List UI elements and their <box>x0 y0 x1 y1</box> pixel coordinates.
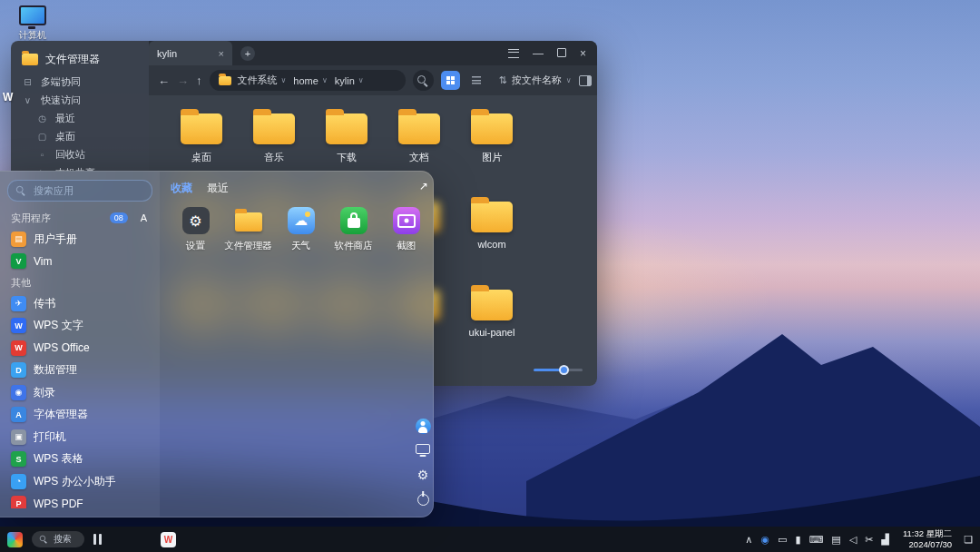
sidebar-item-recent[interactable]: ◷ 最近 <box>11 109 149 127</box>
task-view-icon[interactable] <box>93 534 96 545</box>
breadcrumb-file-system[interactable]: 文件系统 ∨ <box>238 74 287 87</box>
folder-desktop[interactable]: 桌面 <box>181 104 222 164</box>
back-button[interactable]: ← <box>158 74 170 87</box>
section-other[interactable]: 其他 <box>7 272 152 292</box>
power-button[interactable] <box>415 491 431 508</box>
tab-close-icon[interactable]: × <box>219 48 224 59</box>
favorite-settings[interactable]: 设置 <box>182 207 210 252</box>
tab-recent[interactable]: 最近 <box>207 181 229 196</box>
folder-wlcom[interactable]: wlcom <box>471 192 513 250</box>
tray-security-icon[interactable]: ◉ <box>760 535 769 545</box>
computer-icon-label: 计算机 <box>19 29 46 42</box>
breadcrumb-kylin[interactable]: kylin ∨ <box>335 75 364 86</box>
chevron-down-icon[interactable]: ∨ <box>322 76 328 84</box>
favorite-app-label: 设置 <box>186 240 205 252</box>
tray-network-icon[interactable]: ▟ <box>881 535 888 545</box>
app-wps-office[interactable]: W WPS Office <box>7 337 152 360</box>
folder-label: 图片 <box>482 151 502 164</box>
app-printer[interactable]: ▣ 打印机 <box>7 426 152 448</box>
minimize-button[interactable]: — <box>533 48 544 59</box>
details-panel-icon <box>579 75 592 86</box>
zoom-slider[interactable] <box>534 364 583 375</box>
sidebar-item-quick-access[interactable]: ∨ 快速访问 <box>11 91 149 109</box>
favorite-screenshot[interactable]: 截图 <box>393 207 420 252</box>
folder-music[interactable]: 音乐 <box>253 104 295 164</box>
folder-downloads[interactable]: 下载 <box>326 104 368 164</box>
folder-pictures[interactable]: 图片 <box>471 104 513 164</box>
taskbar-wps[interactable]: W <box>161 532 176 547</box>
favorite-file-manager[interactable]: 文件管理器 <box>224 207 272 252</box>
folder-ukui-panel[interactable]: ukui-panel <box>469 281 515 338</box>
app-vim[interactable]: V Vim <box>7 251 152 273</box>
tray-battery-icon[interactable]: ▮ <box>795 535 800 545</box>
zoom-slider-track[interactable] <box>534 369 583 371</box>
app-data-manager[interactable]: D 数据管理 <box>7 360 152 382</box>
sidebar-item-label: 快速访问 <box>41 94 81 107</box>
search-button[interactable] <box>413 70 434 91</box>
taskbar-search[interactable]: 搜索 <box>32 531 84 547</box>
tray-display-icon[interactable]: ▭ <box>778 535 787 545</box>
grid-view-button[interactable] <box>441 71 460 90</box>
close-button[interactable]: × <box>580 48 586 59</box>
search-input[interactable] <box>32 184 144 197</box>
favorite-weather[interactable]: 天气 <box>288 207 315 252</box>
folder-label: ukui-panel <box>469 327 515 338</box>
breadcrumb-home[interactable]: home ∨ <box>293 75 327 86</box>
tray-expand-icon[interactable]: ∧ <box>745 535 752 545</box>
app-label: WPS 文字 <box>34 318 83 333</box>
details-panel-button[interactable] <box>579 75 592 86</box>
app-wps-sheets[interactable]: S WPS 表格 <box>7 448 152 471</box>
favorite-app-label: 软件商店 <box>335 240 373 252</box>
tab-favorites[interactable]: 收藏 <box>171 181 192 196</box>
list-view-button[interactable] <box>467 71 486 90</box>
tab-kylin[interactable]: kylin × <box>149 41 232 65</box>
start-menu-search[interactable] <box>7 180 152 202</box>
maximize-button[interactable] <box>557 48 566 59</box>
chevron-down-icon[interactable]: ∨ <box>281 76 287 84</box>
app-wps-pdf[interactable]: P WPS PDF <box>7 493 152 509</box>
forward-button[interactable]: → <box>177 74 189 87</box>
user-avatar-button[interactable] <box>415 418 431 434</box>
computer-button[interactable] <box>415 442 431 458</box>
app-user-manual[interactable]: ▤ 用户手册 <box>7 228 152 251</box>
start-menu-button[interactable] <box>7 532 23 547</box>
app-icon: V <box>11 253 26 269</box>
tray-screenshot-icon[interactable]: ✂ <box>865 535 873 545</box>
app-wps-assistant[interactable]: ◔ WPS 办公小助手 <box>7 470 152 493</box>
sidebar-item-multi-device[interactable]: ⊟ 多端协同 <box>11 73 149 91</box>
taskbar-clock[interactable]: 11:32 星期二 2024/07/30 <box>903 528 952 551</box>
app-label: Vim <box>34 255 52 268</box>
section-utilities[interactable]: 实用程序 08 A <box>7 208 152 228</box>
folder-icon <box>471 290 513 320</box>
zoom-slider-knob[interactable] <box>559 365 569 375</box>
chevron-down-icon[interactable]: ∨ <box>358 76 364 84</box>
app-font-manager[interactable]: A 字体管理器 <box>7 404 152 427</box>
settings-button[interactable] <box>415 467 431 483</box>
folder-documents[interactable]: 文档 <box>398 104 440 164</box>
app-chuanshu[interactable]: ✈ 传书 <box>7 292 152 315</box>
list-view-icon <box>472 76 481 84</box>
letter-index[interactable]: A <box>141 212 147 223</box>
notification-center-icon[interactable]: ❏ <box>964 534 973 546</box>
breadcrumb[interactable]: 文件系统 ∨ home ∨ kylin ∨ <box>210 70 406 91</box>
new-tab-button[interactable]: + <box>240 46 255 61</box>
tray-keyboard-icon[interactable]: ⌨ <box>808 535 823 545</box>
computer-desktop-icon[interactable]: 计算机 <box>9 5 56 42</box>
app-burner[interactable]: ◉ 刻录 <box>7 381 152 404</box>
up-button[interactable]: ↑ <box>196 74 202 87</box>
sidebar-item-desktop[interactable]: ▢ 桌面 <box>11 127 149 145</box>
favorite-app-store[interactable]: 软件商店 <box>335 207 373 252</box>
folder-icon <box>471 202 513 232</box>
app-icon: ◉ <box>11 385 26 400</box>
app-label: 实用程序 <box>11 212 51 225</box>
tray-volume-icon[interactable]: ◁ <box>849 535 857 545</box>
window-menu-icon[interactable] <box>508 49 519 58</box>
clock-time: 11:32 星期二 <box>903 528 952 539</box>
folder-icon <box>326 113 368 144</box>
app-wps-writer[interactable]: W WPS 文字 <box>7 315 152 338</box>
sidebar-item-trash[interactable]: ▫ 回收站 <box>11 145 149 163</box>
window-title-bar[interactable]: kylin × + — × <box>149 41 597 65</box>
tray-input-method-icon[interactable]: ▤ <box>831 535 840 545</box>
expand-icon[interactable]: ↗ <box>419 180 428 192</box>
sort-dropdown[interactable]: ⇅ 按文件名称 ∨ <box>499 74 572 87</box>
